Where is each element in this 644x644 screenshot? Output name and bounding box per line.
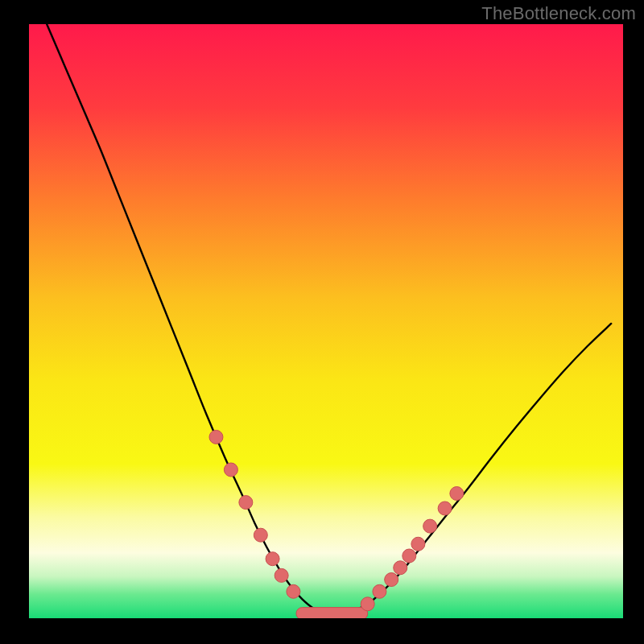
curve-marker	[254, 528, 267, 542]
curve-marker	[224, 463, 237, 477]
gradient-background	[29, 24, 623, 618]
curve-marker	[239, 496, 253, 510]
curve-marker	[423, 519, 437, 533]
curve-marker	[373, 584, 386, 598]
curve-marker	[450, 487, 464, 501]
flat-bottom-trough	[296, 608, 368, 620]
curve-marker	[287, 584, 300, 598]
bottleneck-chart	[0, 0, 644, 644]
chart-frame: TheBottleneck.com	[0, 0, 644, 644]
curve-marker	[209, 430, 223, 444]
curve-marker	[361, 597, 374, 611]
curve-marker	[394, 561, 407, 575]
svg-rect-1	[296, 608, 368, 620]
curve-marker	[438, 502, 452, 515]
curve-marker	[385, 573, 398, 587]
curve-marker	[411, 537, 425, 551]
curve-marker	[402, 549, 416, 563]
curve-marker	[266, 552, 279, 566]
watermark-text: TheBottleneck.com	[481, 3, 636, 24]
curve-marker	[275, 568, 288, 582]
